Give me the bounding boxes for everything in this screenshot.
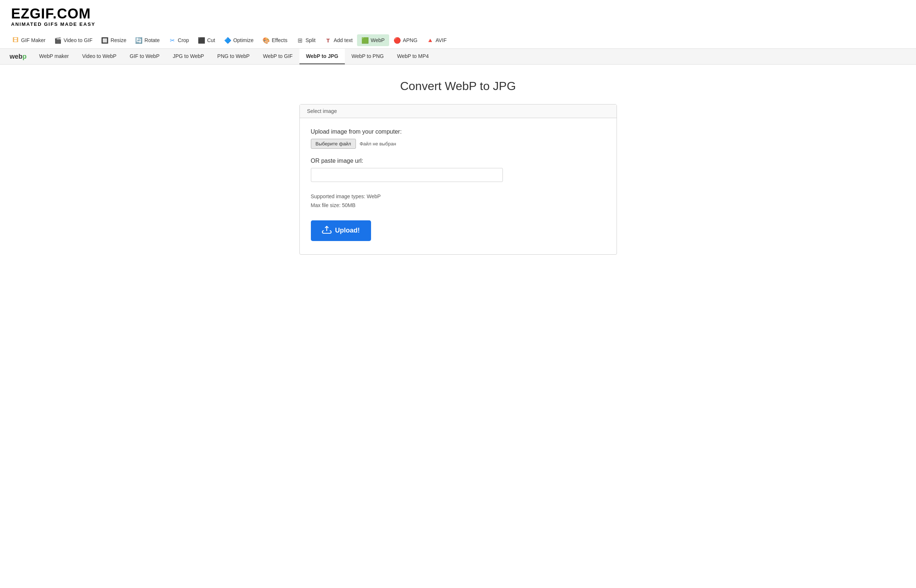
nav-video-to-gif[interactable]: 🎬 Video to GIF xyxy=(50,34,97,46)
crop-icon: ✂ xyxy=(169,37,176,44)
file-input-row: Выберите файл Файл не выбран xyxy=(311,139,606,149)
nav-cut-label: Cut xyxy=(207,37,215,43)
apng-icon: 🔴 xyxy=(394,37,401,44)
tab-webp-to-png-label: WebP to PNG xyxy=(352,53,384,59)
gif-maker-icon: 🎞 xyxy=(12,37,19,44)
nav-apng-label: APNG xyxy=(403,37,418,43)
nav-split[interactable]: ⊞ Split xyxy=(292,34,320,46)
tab-webp-to-png[interactable]: WebP to PNG xyxy=(345,49,390,64)
tab-webp-to-mp4-label: WebP to MP4 xyxy=(397,53,429,59)
logo-subtitle: ANIMATED GIFS MADE EASY xyxy=(11,21,905,27)
tab-webp-to-gif-label: WebP to GIF xyxy=(263,53,292,59)
nav-webp-label: WebP xyxy=(371,37,385,43)
webp-nav-icon: 🟩 xyxy=(362,37,369,44)
tab-webp-to-jpg-label: WebP to JPG xyxy=(306,53,338,59)
nav-gif-maker[interactable]: 🎞 GIF Maker xyxy=(7,34,50,46)
nav-apng[interactable]: 🔴 APNG xyxy=(389,34,422,46)
page-title: Convert WebP to JPG xyxy=(207,79,709,93)
tab-png-to-webp[interactable]: PNG to WebP xyxy=(211,49,257,64)
tab-webp-to-gif[interactable]: WebP to GIF xyxy=(256,49,299,64)
tab-webp-to-jpg[interactable]: WebP to JPG xyxy=(299,49,345,64)
upload-button[interactable]: Upload! xyxy=(311,220,371,241)
tab-webp-maker-label: WebP maker xyxy=(39,53,69,59)
cut-icon: ⬛ xyxy=(198,37,205,44)
nav-add-text-label: Add text xyxy=(334,37,352,43)
tab-gif-to-webp[interactable]: GIF to WebP xyxy=(123,49,166,64)
supported-types: Supported image types: WebP xyxy=(311,192,606,201)
nav-rotate-label: Rotate xyxy=(144,37,160,43)
upload-box: Select image Upload image from your comp… xyxy=(299,104,617,255)
sub-nav: webp WebP maker Video to WebP GIF to Web… xyxy=(0,48,916,65)
tab-webp-to-mp4[interactable]: WebP to MP4 xyxy=(390,49,435,64)
webp-logo-text: webp xyxy=(10,53,27,61)
main-nav: 🎞 GIF Maker 🎬 Video to GIF 🔲 Resize 🔄 Ro… xyxy=(0,31,916,48)
nav-resize-label: Resize xyxy=(110,37,126,43)
nav-crop[interactable]: ✂ Crop xyxy=(164,34,194,46)
logo-text: EZGIF.COM xyxy=(11,6,91,21)
nav-crop-label: Crop xyxy=(178,37,189,43)
url-label: OR paste image url: xyxy=(311,158,606,164)
upload-box-header: Select image xyxy=(300,105,617,118)
upload-button-label: Upload! xyxy=(335,227,360,234)
rotate-icon: 🔄 xyxy=(135,37,142,44)
tab-jpg-to-webp[interactable]: JPG to WebP xyxy=(166,49,211,64)
nav-optimize-label: Optimize xyxy=(233,37,254,43)
nav-add-text[interactable]: T Add text xyxy=(320,34,357,46)
tab-jpg-to-webp-label: JPG to WebP xyxy=(173,53,204,59)
choose-file-button[interactable]: Выберите файл xyxy=(311,139,356,149)
nav-rotate[interactable]: 🔄 Rotate xyxy=(131,34,164,46)
sub-nav-logo[interactable]: webp xyxy=(4,49,32,64)
split-icon: ⊞ xyxy=(296,37,304,44)
webp-logo-p: p xyxy=(23,53,27,60)
nav-avif-label: AVIF xyxy=(436,37,447,43)
nav-cut[interactable]: ⬛ Cut xyxy=(194,34,220,46)
logo-title: EZGIF.COM xyxy=(11,6,905,21)
nav-webp[interactable]: 🟩 WebP xyxy=(357,34,389,46)
tab-png-to-webp-label: PNG to WebP xyxy=(218,53,250,59)
avif-icon: 🔺 xyxy=(426,37,434,44)
tab-gif-to-webp-label: GIF to WebP xyxy=(129,53,160,59)
upload-from-computer-label: Upload image from your computer: xyxy=(311,128,606,135)
nav-video-to-gif-label: Video to GIF xyxy=(63,37,92,43)
upload-box-body: Upload image from your computer: Выберит… xyxy=(300,118,617,254)
add-text-icon: T xyxy=(325,37,332,44)
nav-optimize[interactable]: 🔷 Optimize xyxy=(220,34,258,46)
nav-split-label: Split xyxy=(305,37,315,43)
tab-video-to-webp[interactable]: Video to WebP xyxy=(75,49,123,64)
logo-area: EZGIF.COM ANIMATED GIFS MADE EASY xyxy=(0,0,916,31)
nav-gif-maker-label: GIF Maker xyxy=(21,37,45,43)
main-content: Convert WebP to JPG Select image Upload … xyxy=(200,65,717,270)
max-file-size: Max file size: 50MB xyxy=(311,201,606,210)
nav-resize[interactable]: 🔲 Resize xyxy=(97,34,131,46)
nav-effects-label: Effects xyxy=(272,37,288,43)
tab-video-to-webp-label: Video to WebP xyxy=(82,53,116,59)
nav-effects[interactable]: 🎨 Effects xyxy=(258,34,292,46)
resize-icon: 🔲 xyxy=(101,37,108,44)
optimize-icon: 🔷 xyxy=(224,37,231,44)
tab-webp-maker[interactable]: WebP maker xyxy=(32,49,75,64)
file-no-chosen-label: Файл не выбран xyxy=(360,141,396,147)
nav-avif[interactable]: 🔺 AVIF xyxy=(422,34,451,46)
video-to-gif-icon: 🎬 xyxy=(54,37,61,44)
supported-info: Supported image types: WebP Max file siz… xyxy=(311,192,606,210)
url-input[interactable] xyxy=(311,168,503,182)
effects-icon: 🎨 xyxy=(263,37,270,44)
upload-cloud-icon xyxy=(322,226,331,236)
